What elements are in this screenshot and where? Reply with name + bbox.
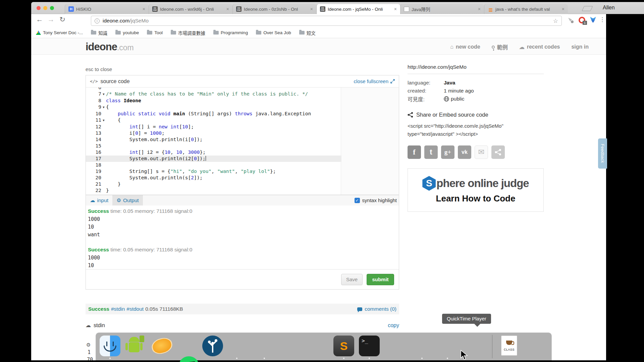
- nav-recent-codes[interactable]: ☁recent codes: [519, 44, 560, 50]
- tab-close-icon[interactable]: ×: [226, 6, 230, 12]
- code-line[interactable]: 13 i[0] = 1000;: [86, 130, 399, 136]
- dock-sourcetree-icon[interactable]: [202, 336, 223, 356]
- window-zoom-button[interactable]: [50, 6, 54, 10]
- code-line[interactable]: 10 public static void main (String[] arg…: [86, 111, 399, 117]
- chrome-menu-icon[interactable]: ⋮: [599, 16, 605, 23]
- window-minimize-button[interactable]: [43, 6, 47, 10]
- tab-close-icon[interactable]: ×: [477, 6, 481, 12]
- extension-shuttlecock-icon[interactable]: [567, 17, 575, 24]
- code-line[interactable]: 16 int[] i2 = {10, 10, 3000};: [86, 149, 399, 156]
- code-line[interactable]: 14 System.out.println(i[0]);: [86, 136, 399, 143]
- browser-tab[interactable]: java - what's the default val×: [484, 4, 568, 14]
- macos-dock: S >_ LINE CLASS: [96, 333, 552, 360]
- code-line[interactable]: 17 System.out.println(i2[0]);: [86, 156, 341, 162]
- code-line[interactable]: 15: [86, 143, 399, 149]
- code-line[interactable]: 9▼{: [86, 104, 399, 111]
- new-tab-button[interactable]: [582, 6, 593, 11]
- code-line[interactable]: 11▼ {: [86, 117, 399, 124]
- bookmark-item[interactable]: 短文: [299, 29, 316, 36]
- comments-link[interactable]: comments (0): [357, 306, 396, 312]
- dock-zeplin-icon[interactable]: [150, 336, 174, 356]
- bookmark-item[interactable]: Tool: [147, 30, 163, 35]
- bookmark-item[interactable]: Programming: [213, 30, 248, 35]
- tab-close-icon[interactable]: ×: [142, 6, 146, 12]
- code-text: System.out.println(i[0]);: [106, 136, 203, 143]
- tab-close-icon[interactable]: ×: [561, 6, 565, 12]
- code-text: public static void main (String[] args) …: [106, 111, 311, 117]
- vk-share-button[interactable]: vk: [458, 145, 471, 159]
- sphere-logo-icon: S: [422, 176, 436, 191]
- submit-button[interactable]: submit: [367, 274, 394, 285]
- tab-output[interactable]: ⚙Output: [112, 195, 143, 205]
- bookmark-item[interactable]: youtube: [115, 30, 139, 35]
- syntax-highlight-toggle[interactable]: ✓ syntax highlight: [355, 197, 399, 203]
- embed-code[interactable]: <script src="http://ideone.com/e.js/jqSe…: [408, 122, 544, 138]
- stdin-link[interactable]: #stdin: [111, 306, 125, 312]
- tab-close-icon[interactable]: ×: [310, 6, 314, 12]
- stdout-link[interactable]: #stdout: [126, 306, 144, 312]
- code-text: System.out.println(s[2]);: [106, 175, 203, 181]
- extension-v-icon[interactable]: [590, 17, 596, 23]
- save-button[interactable]: Save: [341, 274, 363, 285]
- facebook-share-button[interactable]: f: [408, 145, 421, 159]
- fold-arrow-icon[interactable]: ▼: [101, 104, 106, 111]
- code-line[interactable]: 18: [86, 162, 399, 168]
- source-code-panel: </> source code close fullscreen 67▼/* N…: [86, 75, 399, 290]
- user-label: Allen: [603, 5, 615, 11]
- address-bar[interactable]: i ideone.com/jqSeMo ☆: [91, 16, 562, 26]
- dock-finder-icon[interactable]: [100, 336, 120, 356]
- code-line[interactable]: 20 System.out.println(s[2]);: [86, 175, 399, 181]
- close-fullscreen-link[interactable]: close fullscreen: [354, 78, 395, 84]
- copy-link[interactable]: copy: [388, 322, 399, 328]
- browser-tab[interactable]: IDEONEIdeone.com - jqSeMo - Onli×: [316, 4, 400, 14]
- code-line[interactable]: 6: [86, 87, 399, 91]
- dock-android-icon[interactable]: [125, 336, 146, 356]
- stdout-fragment: 1: [88, 349, 91, 355]
- dock-terminal-icon[interactable]: >_: [359, 336, 380, 356]
- nav-examples[interactable]: 範例: [492, 43, 508, 51]
- code-line[interactable]: 19 String[] s = {"hi", "do you", "want",…: [86, 168, 399, 175]
- tab-close-icon[interactable]: ×: [393, 6, 397, 12]
- sphere-online-judge-ad[interactable]: S phere online judge Learn How to Code: [408, 168, 544, 212]
- browser-tab[interactable]: IDEONEIdeone.com - 0z3sNb - Onl×: [232, 4, 316, 14]
- page-info-icon[interactable]: i: [95, 18, 100, 23]
- window-close-button[interactable]: [37, 6, 41, 10]
- googleplus-share-button[interactable]: g+: [441, 145, 454, 159]
- so-favicon: [488, 6, 493, 12]
- forward-button[interactable]: →: [46, 15, 56, 23]
- browser-tab[interactable]: Java陣列×: [400, 4, 484, 14]
- paste-url[interactable]: http://ideone.com/jqSeMo: [408, 64, 544, 74]
- back-button[interactable]: ←: [35, 15, 45, 23]
- dock-class-file-icon[interactable]: CLASS: [500, 336, 521, 356]
- bulb-icon: [492, 46, 495, 49]
- email-share-button[interactable]: ✉: [475, 145, 488, 159]
- nav-sign-in[interactable]: sign in: [571, 44, 589, 50]
- twitter-share-button[interactable]: t: [424, 145, 438, 159]
- feedback-tab[interactable]: Feedback: [598, 138, 607, 169]
- code-line[interactable]: 12 int[] i = new int[10];: [86, 124, 399, 130]
- dock-sublime-text-icon[interactable]: S: [333, 336, 354, 356]
- code-line[interactable]: 7▼/* Name of the class has to be "Main" …: [86, 91, 399, 98]
- fold-arrow-icon[interactable]: ▼: [101, 91, 106, 98]
- fold-arrow-icon[interactable]: ▼: [101, 117, 106, 124]
- reload-button[interactable]: ↻: [57, 15, 67, 23]
- bookmark-item[interactable]: Tony Server Doc -...: [36, 30, 83, 35]
- browser-tab[interactable]: HHiSKIO×: [65, 4, 149, 14]
- dock-spotify-icon[interactable]: [178, 356, 199, 362]
- code-line[interactable]: 22}: [86, 187, 399, 194]
- bookmark-item[interactable]: 市場調查數據: [171, 29, 205, 36]
- code-editor[interactable]: 67▼/* Name of the class has to be "Main"…: [86, 87, 399, 195]
- share-icon: [495, 149, 501, 156]
- share-more-button[interactable]: [491, 145, 505, 159]
- checkbox-checked-icon[interactable]: ✓: [355, 198, 360, 203]
- bookmark-star-icon[interactable]: ☆: [553, 17, 558, 24]
- ideone-logo[interactable]: ideone.com: [86, 41, 134, 53]
- bookmark-item[interactable]: Over Sea Job: [256, 30, 291, 35]
- text-cursor: [206, 156, 206, 161]
- bookmark-item[interactable]: 知識: [91, 29, 107, 36]
- tab-input[interactable]: ☁input: [86, 195, 112, 205]
- code-line[interactable]: 8class Ideone: [86, 98, 399, 104]
- browser-tab[interactable]: IDEONEIdeone.com - wx9d6j - Onli×: [149, 4, 232, 14]
- code-line[interactable]: 21 }: [86, 181, 399, 187]
- nav-new-code[interactable]: ⌂new code: [450, 44, 480, 50]
